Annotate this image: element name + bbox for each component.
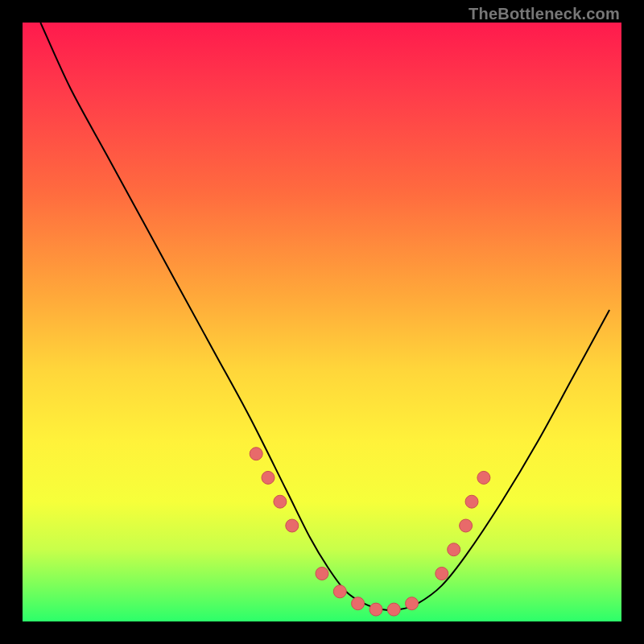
chart-svg [23, 23, 621, 621]
watermark-text: TheBottleneck.com [469, 5, 620, 23]
plot-background [23, 23, 621, 621]
curve-marker [448, 543, 460, 556]
curve-marker [274, 495, 287, 508]
curve-markers [250, 448, 490, 616]
curve-marker [369, 603, 382, 616]
curve-marker [477, 471, 490, 484]
chart-frame: TheBottleneck.com [0, 0, 644, 644]
curve-marker [387, 603, 400, 616]
curve-marker [262, 471, 275, 484]
curve-marker [333, 585, 346, 598]
curve-marker [460, 519, 473, 532]
curve-marker [316, 568, 328, 580]
curve-marker [406, 597, 419, 610]
curve-marker [250, 448, 262, 460]
bottleneck-curve [40, 23, 609, 610]
curve-marker [465, 495, 478, 508]
curve-marker [286, 519, 299, 532]
curve-marker [352, 597, 365, 610]
curve-marker [436, 568, 448, 580]
